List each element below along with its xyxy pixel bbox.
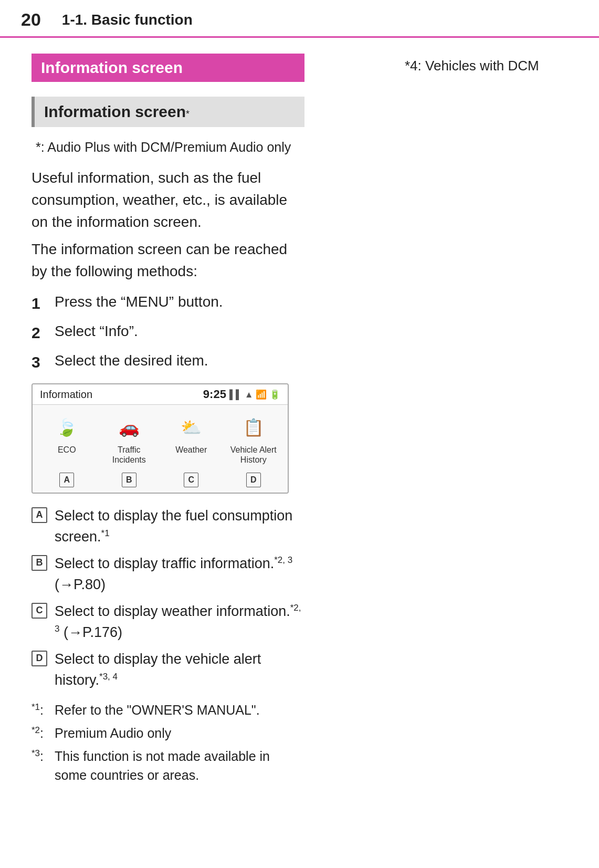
vehicle-alert-label: Vehicle Alert History: [225, 445, 283, 465]
step-1: 1 Press the “MENU” button.: [31, 291, 304, 315]
section-title-pink: Information screen: [31, 54, 304, 82]
page-number: 20: [21, 9, 41, 30]
footnotes: *1: Refer to the "OWNER'S MANUAL". *2: P…: [31, 700, 304, 785]
legend-a-sup: *1: [101, 528, 110, 538]
body-paragraph-1: Useful information, such as the fuel con…: [31, 167, 304, 233]
legend-text-a: Select to display the fuel consumption s…: [55, 505, 304, 548]
letter-d-box: D: [246, 473, 261, 487]
legend-text-c: Select to display weather information.*2…: [55, 601, 304, 643]
footnote-1-text: Refer to the "OWNER'S MANUAL".: [55, 700, 304, 719]
weather-icon: ⛅: [176, 412, 206, 443]
legend-box-a: A: [31, 507, 47, 523]
dcm-note: *4: Vehicles with DCM: [405, 58, 539, 74]
vehicle-alert-icon: 📋: [238, 412, 269, 443]
letter-a-box: A: [59, 473, 74, 487]
screen-label: Information: [40, 389, 92, 401]
traffic-label: Traffic Incidents: [100, 445, 159, 465]
legend-item-c: C Select to display weather information.…: [31, 601, 304, 643]
footnote-2-marker: *2:: [31, 724, 55, 742]
time-value: 9:25: [203, 388, 226, 401]
steps-list: 1 Press the “MENU” button. 2 Select “Inf…: [31, 291, 304, 374]
screen-top-bar: Information 9:25 ▌▌ ▲ 📶 🔋: [33, 384, 288, 405]
subheading-superscript: *: [186, 109, 190, 120]
step-1-text: Press the “MENU” button.: [55, 291, 223, 313]
legend-item-d: D Select to display the vehicle alert hi…: [31, 649, 304, 691]
footnote-1-marker: *1:: [31, 700, 55, 719]
step-3: 3 Select the desired item.: [31, 350, 304, 374]
subheading-text: Information screen: [44, 103, 186, 121]
footnote-3: *3: This function is not made available …: [31, 747, 304, 785]
letter-c-cell: C: [162, 473, 220, 487]
legend-box-b: B: [31, 555, 47, 571]
screen-letter-row: A B C D: [33, 470, 288, 493]
legend-item-a: A Select to display the fuel consumption…: [31, 505, 304, 548]
legend-c-sup: *2, 3: [55, 603, 301, 634]
screen-time: 9:25 ▌▌ ▲ 📶 🔋: [203, 388, 280, 401]
subheading-box: Information screen*: [31, 97, 304, 127]
letter-b-box: B: [122, 473, 136, 487]
footnote-2-text: Premium Audio only: [55, 724, 304, 742]
footnote-3-marker: *3:: [31, 747, 55, 766]
screen-mockup: Information 9:25 ▌▌ ▲ 📶 🔋 🍃 ECO 🚗 Traffi…: [31, 383, 289, 493]
screen-item-weather: ⛅ Weather: [162, 412, 220, 465]
weather-label: Weather: [175, 445, 207, 455]
legend-text-d: Select to display the vehicle alert hist…: [55, 649, 304, 691]
step-1-num: 1: [31, 291, 50, 315]
footnote-2: *2: Premium Audio only: [31, 724, 304, 742]
screen-item-eco: 🍃 ECO: [38, 412, 96, 465]
step-3-num: 3: [31, 350, 50, 374]
footnote-3-text: This function is not made available in s…: [55, 747, 304, 785]
step-2: 2 Select “Info”.: [31, 320, 304, 344]
letter-c-box: C: [184, 473, 198, 487]
main-content: Information screen Information screen* *…: [0, 38, 325, 810]
letter-b-cell: B: [100, 473, 159, 487]
step-2-text: Select “Info”.: [55, 320, 138, 342]
screen-item-traffic: 🚗 Traffic Incidents: [100, 412, 159, 465]
header-bar: 20 1-1. Basic function: [0, 0, 599, 38]
legend-d-sup: *3, 4: [99, 672, 118, 682]
screen-status-icons: ▌▌ ▲ 📶 🔋: [229, 389, 280, 400]
footnote-1: *1: Refer to the "OWNER'S MANUAL".: [31, 700, 304, 719]
right-column: *4: Vehicles with DCM: [405, 58, 568, 74]
letter-d-cell: D: [225, 473, 283, 487]
letter-a-cell: A: [38, 473, 96, 487]
page-container: 20 1-1. Basic function *4: Vehicles with…: [0, 0, 599, 868]
screen-item-vehicle: 📋 Vehicle Alert History: [225, 412, 283, 465]
legend-item-b: B Select to display traffic information.…: [31, 553, 304, 595]
step-3-text: Select the desired item.: [55, 350, 208, 372]
legend-box-d: D: [31, 651, 47, 666]
eco-label: ECO: [58, 445, 76, 455]
asterisk-note: *: Audio Plus with DCM/Premium Audio onl…: [31, 138, 304, 156]
section-title-header: 1-1. Basic function: [62, 12, 193, 28]
body-paragraph-2: The information screen can be reached by…: [31, 238, 304, 283]
legend-b-sup: *2, 3: [274, 555, 292, 565]
traffic-icon: 🚗: [114, 412, 144, 443]
eco-icon: 🍃: [51, 412, 82, 443]
legend-text-b: Select to display traffic information.*2…: [55, 553, 304, 595]
legend-box-c: C: [31, 603, 47, 619]
screen-icon-grid: 🍃 ECO 🚗 Traffic Incidents ⛅ Weather 📋 Ve…: [33, 405, 288, 470]
step-2-num: 2: [31, 321, 50, 344]
